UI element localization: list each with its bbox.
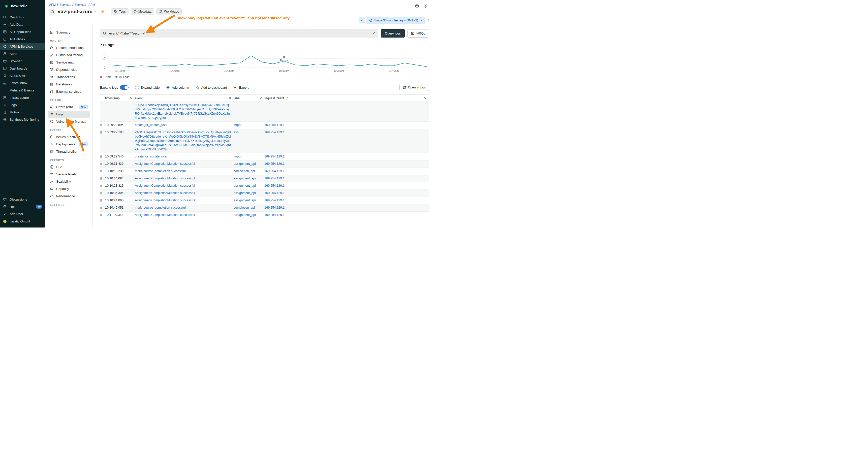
sidebar-item-discussions[interactable]: Discussions [0, 196, 45, 203]
log-row[interactable]: 10:11:00.311 AssignmentCompletionMutatio… [100, 212, 429, 219]
log-event-link[interactable]: create_or_update_user [135, 155, 167, 158]
sidebar-item-scalability[interactable]: Scalability [48, 178, 90, 185]
log-event-link[interactable]: AssignmentCompletionMutation successful [135, 162, 195, 165]
sidebar-item-distributed-tracing[interactable]: Distributed tracing [48, 52, 90, 59]
log-severity-marker-icon[interactable] [100, 214, 102, 216]
log-severity-marker-icon[interactable] [100, 177, 102, 180]
log-event-link[interactable]: AssignmentCompletionMutation successful [135, 213, 195, 217]
permalink-icon[interactable] [423, 3, 429, 9]
query-input[interactable] [100, 29, 378, 37]
favorite-star-icon[interactable]: ★ [100, 9, 104, 14]
help-circle-icon[interactable] [414, 3, 420, 9]
sidebar-item-metrics-events[interactable]: Metrics & Events [0, 87, 45, 94]
time-back-chevron-icon[interactable] [359, 18, 365, 24]
log-severity-marker-icon[interactable] [100, 185, 102, 187]
log-row[interactable]: 10:10:13.235 mark_course_completion succ… [100, 168, 429, 175]
sidebar-item-synthetic-monitoring[interactable]: Synthetic Monitoring [0, 116, 45, 123]
log-severity-marker-icon[interactable] [100, 131, 102, 133]
log-label-link[interactable]: import [234, 123, 243, 127]
log-label-link[interactable]: assignment_api [234, 198, 256, 202]
sidebar-item-mobile[interactable]: Mobile [0, 108, 45, 116]
column-header-request-client-ip[interactable]: request_client_ip [265, 95, 429, 102]
log-ip-link[interactable]: 169.254.129.1 [265, 155, 284, 158]
open-in-logs-button[interactable]: Open in logs [400, 84, 429, 91]
sidebar-item-add-user[interactable]: Add User [0, 210, 45, 218]
breadcrumb-apm-services[interactable]: APM & Services [49, 3, 71, 6]
log-row[interactable]: JUQVU&code=eyJraWQiOiJjcGltY29yZV8wOTl1M… [100, 102, 429, 122]
add-to-dashboard-button[interactable]: Add to dashboard [195, 86, 227, 90]
sidebar-item-transactions[interactable]: Transactions [48, 73, 90, 80]
log-event-link[interactable]: <ASGIRequest: GET '/sso/callback/?state=… [135, 130, 231, 151]
log-event-link[interactable]: AssignmentCompletionMutation successful [135, 184, 195, 188]
remove-column-icon[interactable] [228, 97, 231, 100]
log-event-link[interactable]: AssignmentCompletionMutation successful [135, 176, 195, 180]
expand-logs-toggle[interactable]: Expand logs [100, 85, 128, 90]
sidebar-item-issues-activity[interactable]: Issues & activity [48, 133, 90, 140]
sidebar-item-apm-services[interactable]: APM & Services [0, 43, 45, 50]
log-ip-link[interactable]: 169.254.129.1 [265, 162, 284, 165]
sidebar-item-infrastructure[interactable]: Infrastructure [0, 94, 45, 101]
log-ip-link[interactable]: 169.254.129.1 [265, 213, 284, 217]
breadcrumb-services-apm[interactable]: Services - APM [74, 3, 95, 6]
new-relic-logo[interactable]: new relic. [0, 0, 45, 12]
log-row[interactable]: 10:10:23.815 AssignmentCompletionMutatio… [100, 183, 429, 190]
log-severity-marker-icon[interactable] [100, 206, 102, 209]
log-severity-marker-icon[interactable] [100, 170, 102, 172]
log-row[interactable]: 10:09:31.439 AssignmentCompletionMutatio… [100, 161, 429, 168]
remove-column-icon[interactable] [259, 97, 262, 100]
sidebar-item-sla[interactable]: SLA [48, 163, 90, 170]
workloads-button[interactable]: Workloads [156, 8, 182, 15]
remove-column-icon[interactable] [424, 97, 427, 100]
log-label-link[interactable]: assignment_api [234, 191, 256, 195]
log-label-link[interactable]: assignment_api [234, 176, 256, 180]
sidebar-item-performance[interactable]: Performance [48, 193, 90, 200]
export-button[interactable]: Export [234, 86, 249, 90]
sidebar-item-errors-errors-inb[interactable]: Errors (errors inb... New [48, 103, 90, 110]
log-event-link[interactable]: AssignmentCompletionMutation successful [135, 198, 195, 202]
sidebar-item-dots[interactable] [0, 123, 45, 130]
expand-table-button[interactable]: Expand table [135, 86, 160, 90]
sidebar-item-alerts-ai[interactable]: Alerts & AI [0, 72, 45, 79]
sidebar-item-dashboards[interactable]: Dashboards [0, 65, 45, 72]
sidebar-item-all-entities[interactable]: All Entities [0, 35, 45, 43]
log-row[interactable]: 10:10:14.094 AssignmentCompletionMutatio… [100, 175, 429, 183]
sidebar-item-logs[interactable]: Logs [48, 110, 90, 118]
log-label-link[interactable]: assignment_api [234, 184, 256, 188]
column-header-timestamp[interactable]: timestamp [105, 95, 135, 102]
column-header-label[interactable]: label [234, 95, 265, 102]
more-options-icon[interactable] [425, 43, 429, 47]
log-ip-link[interactable]: 169.254.129.1 [265, 206, 284, 209]
sidebar-item-apps[interactable]: Apps [0, 50, 45, 58]
log-event-link[interactable]: mark_course_completion successful [135, 206, 186, 209]
log-row[interactable]: 10:10:49.051 mark_course_completion succ… [100, 204, 429, 212]
sidebar-item-dependencies[interactable]: Dependencies [48, 66, 90, 73]
sidebar-item-all-capabilities[interactable]: All Capabilities [0, 28, 45, 35]
sidebar-item-service-levels[interactable]: Service levels [48, 170, 90, 178]
log-label-link[interactable]: import [234, 155, 243, 158]
log-event-link[interactable]: mark_course_completion successful [135, 169, 186, 173]
logs-timeline-chart[interactable]: 05101510:15am10:20am10:25am10:30am10:35a… [100, 50, 429, 74]
log-label-link[interactable]: assignment_api [234, 162, 256, 165]
sidebar-item-browser[interactable]: Browser [0, 58, 45, 65]
sidebar-item-logs[interactable]: Logs [0, 101, 45, 108]
log-ip-link[interactable]: 169.254.129.1 [265, 123, 284, 127]
sidebar-item-add-data[interactable]: Add Data [0, 21, 45, 28]
log-ip-link[interactable]: 169.254.129.1 [265, 176, 284, 180]
sidebar-item-quick-find[interactable]: Quick Find [0, 13, 45, 21]
sidebar-item-deployments[interactable]: Deployments New [48, 140, 90, 148]
remove-column-icon[interactable] [129, 97, 133, 100]
entity-dropdown-chevron-icon[interactable] [95, 10, 98, 13]
log-severity-marker-icon[interactable] [100, 199, 102, 201]
log-event-link[interactable]: JUQVU&code=eyJraWQiOiJjcGltY29yZV8wOTl1M… [135, 103, 231, 120]
query-logs-button[interactable]: Query logs [381, 29, 405, 37]
legend-errors[interactable]: Errors [100, 75, 112, 78]
nrql-button[interactable]: NRQL [407, 29, 429, 37]
legend-all-logs[interactable]: All Logs [116, 75, 129, 78]
sidebar-item-service-map[interactable]: Service map [48, 59, 90, 66]
time-picker[interactable]: Since 30 minutes ago (GMT+2) [367, 17, 426, 24]
sidebar-item-databases[interactable]: Databases [48, 80, 90, 88]
sidebar-item-vulnerability-management[interactable]: Vulnerability Management [48, 118, 90, 125]
sidebar-item-thread-profiler[interactable]: Thread profiler [48, 148, 90, 155]
log-row[interactable]: 10:09:20.895 create_or_update_user impor… [100, 122, 429, 129]
log-event-link[interactable]: AssignmentCompletionMutation successful [135, 191, 195, 195]
